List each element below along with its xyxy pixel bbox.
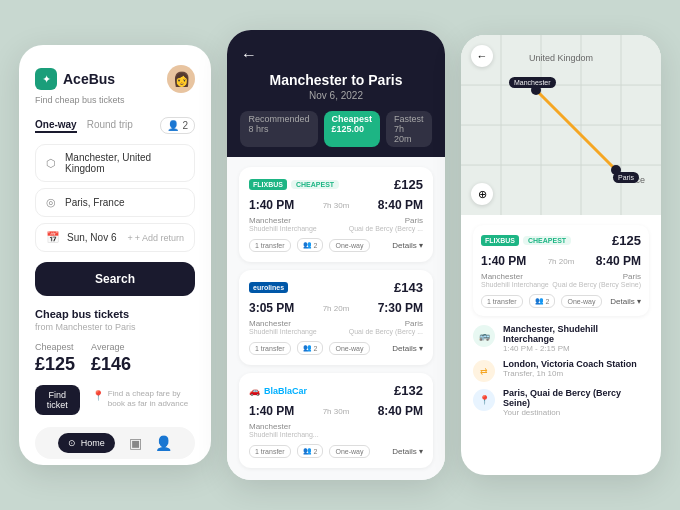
timeline-info-3: Paris, Quai de Bercy (Bercy Seine) Your …: [503, 388, 649, 417]
map-area: United Kingdom France Manchester Paris ←…: [461, 35, 661, 215]
eurolines-logo: eurolines: [249, 282, 288, 293]
from-city-1: Manchester: [249, 216, 317, 225]
transfers-tag-1: 1 transfer: [249, 239, 291, 252]
blablacar-logo: 🚗: [249, 386, 260, 396]
arrive-time-2: 7:30 PM: [378, 301, 423, 315]
average-price: £146: [91, 354, 131, 375]
rc-header-2: eurolines £143: [249, 280, 423, 295]
blablacar-text: BlaBlaCar: [264, 386, 307, 396]
rc-brand-2: eurolines: [249, 282, 288, 293]
rc-header-3: 🚗 BlaBlaCar £132: [249, 383, 423, 398]
result-card-2[interactable]: eurolines £143 3:05 PM 7h 20m 7:30 PM Ma…: [239, 270, 433, 365]
s3-footer: 1 transfer 👥 2 One-way Details ▾: [481, 294, 641, 308]
add-return-label: + Add return: [135, 233, 184, 243]
duration-3: 7h 30m: [298, 407, 373, 416]
nav-ticket-icon[interactable]: ▣: [129, 435, 142, 451]
to-stop-1: Quai de Bercy (Bercy ...: [349, 225, 423, 232]
s3-ticket-card: FLIXBUS CHEAPEST £125 1:40 PM 7h 20m 8:4…: [473, 225, 649, 316]
s3-content: FLIXBUS CHEAPEST £125 1:40 PM 7h 20m 8:4…: [461, 215, 661, 475]
cheapest-badge-1: CHEAPEST: [291, 180, 339, 189]
tab-round-trip[interactable]: Round trip: [87, 119, 133, 133]
bottom-nav: ⊙ Home ▣ 👤: [35, 427, 195, 459]
result-card-3[interactable]: 🚗 BlaBlaCar £132 1:40 PM 7h 30m 8:40 PM …: [239, 373, 433, 468]
s3-price: £125: [612, 233, 641, 248]
pin-icon: 📍: [92, 390, 104, 401]
s2-header: ← Manchester to Paris Nov 6, 2022 Recomm…: [227, 30, 445, 157]
tagline: Find cheap bus tickets: [35, 95, 195, 105]
logo-row: ✦ AceBus 👩: [35, 65, 195, 93]
s3-arrive-time: 8:40 PM: [596, 254, 641, 268]
cheapest-filter-label: Cheapest: [332, 114, 373, 124]
from-text: Manchester, United Kingdom: [65, 152, 184, 174]
rc-locations-2: Manchester Shudehill Interchange Paris Q…: [249, 319, 423, 335]
from-city-2: Manchester: [249, 319, 317, 328]
s3-flixbus-logo: FLIXBUS: [481, 235, 519, 246]
to-loc-2: Paris Quai de Bercy (Bercy ...: [349, 319, 423, 335]
rc-locations-1: Manchester Shudehill Interchange Paris Q…: [249, 216, 423, 232]
logo-left: ✦ AceBus: [35, 68, 115, 90]
cheapest-price-col: Cheapest £125: [35, 342, 75, 375]
passengers-tag-1: 👥 2: [297, 238, 324, 252]
timeline-info-2: London, Victoria Coach Station Transfer,…: [503, 359, 637, 378]
duration-1: 7h 30m: [298, 201, 373, 210]
details-btn-3[interactable]: Details ▾: [392, 447, 423, 456]
s3-rc-header: FLIXBUS CHEAPEST £125: [481, 233, 641, 248]
details-btn-1[interactable]: Details ▾: [392, 241, 423, 250]
result-card-1[interactable]: FLIXBUS CHEAPEST £125 1:40 PM 7h 30m 8:4…: [239, 167, 433, 262]
recommended-sub: 8 hrs: [248, 124, 268, 134]
filter-recommended[interactable]: Recommended 8 hrs: [240, 111, 317, 147]
s3-details-btn[interactable]: Details ▾: [610, 297, 641, 306]
cheapest-filter-price: £125.00: [332, 124, 365, 134]
rc-price-1: £125: [394, 177, 423, 192]
tl-sub-2: Transfer, 1h 10m: [503, 369, 637, 378]
details-btn-2[interactable]: Details ▾: [392, 344, 423, 353]
timeline-info-1: Manchester, Shudehill Interchange 1:40 P…: [503, 324, 649, 353]
search-button[interactable]: Search: [35, 262, 195, 296]
rc-times-2: 3:05 PM 7h 20m 7:30 PM: [249, 301, 423, 315]
avg-tip: 📍 Find a cheap fare by book as far in ad…: [92, 389, 195, 410]
depart-time-1: 1:40 PM: [249, 198, 294, 212]
s3-cheapest-badge: CHEAPEST: [523, 236, 571, 245]
back-button[interactable]: ←: [241, 46, 431, 64]
s2-results: FLIXBUS CHEAPEST £125 1:40 PM 7h 30m 8:4…: [227, 157, 445, 480]
timeline-transfer-icon: ⇄: [473, 360, 495, 382]
s3-duration: 7h 20m: [530, 257, 591, 266]
timeline-item-2: ⇄ London, Victoria Coach Station Transfe…: [473, 359, 649, 382]
s3-back-button[interactable]: ←: [471, 45, 493, 67]
tab-one-way[interactable]: One-way: [35, 119, 77, 133]
person-icon: 👤: [167, 120, 179, 131]
s3-locations: Manchester Shudehill Interchange Paris Q…: [481, 272, 641, 288]
home-icon: ⊙: [68, 438, 76, 448]
timeline-bus-icon: 🚌: [473, 325, 495, 347]
average-price-col: Average £146: [91, 342, 131, 375]
date-input[interactable]: 📅 Sun, Nov 6 + + Add return: [35, 223, 195, 252]
filter-fastest[interactable]: Fastest 7h 20m: [386, 111, 432, 147]
avatar[interactable]: 👩: [167, 65, 195, 93]
nav-profile-icon[interactable]: 👤: [155, 435, 172, 451]
locate-button[interactable]: ⊕: [471, 183, 493, 205]
s2-date: Nov 6, 2022: [241, 90, 431, 101]
nav-home-btn[interactable]: ⊙ Home: [58, 433, 115, 453]
find-ticket-button[interactable]: Find ticket: [35, 385, 80, 415]
s3-to-stop: Quai de Bercy (Bercy Seine): [552, 281, 641, 288]
timeline-item-3: 📍 Paris, Quai de Bercy (Bercy Seine) You…: [473, 388, 649, 417]
tl-sub-3: Your destination: [503, 408, 649, 417]
date-text: Sun, Nov 6: [67, 232, 116, 243]
transfers-tag-3: 1 transfer: [249, 445, 291, 458]
transfers-tag-2: 1 transfer: [249, 342, 291, 355]
passengers-tag-2: 👥 2: [297, 341, 324, 355]
screen-3: United Kingdom France Manchester Paris ←…: [461, 35, 661, 475]
rc-footer-3: 1 transfer 👥 2 One-way Details ▾: [249, 444, 423, 458]
trip-type-tag-2: One-way: [329, 342, 369, 355]
filter-cheapest[interactable]: Cheapest £125.00: [324, 111, 381, 147]
from-input[interactable]: ⬡ Manchester, United Kingdom: [35, 144, 195, 182]
passengers-selector[interactable]: 👤 2: [160, 117, 195, 134]
add-return-btn[interactable]: + + Add return: [127, 233, 184, 243]
rc-times-3: 1:40 PM 7h 30m 8:40 PM: [249, 404, 423, 418]
acebus-logo-icon: ✦: [35, 68, 57, 90]
to-input[interactable]: ◎ Paris, France: [35, 188, 195, 217]
s3-from-city: Manchester: [481, 272, 549, 281]
from-stop-3: Shudehill Interchang...: [249, 431, 319, 438]
to-icon: ◎: [46, 196, 58, 209]
fastest-label: Fastest: [394, 114, 424, 124]
